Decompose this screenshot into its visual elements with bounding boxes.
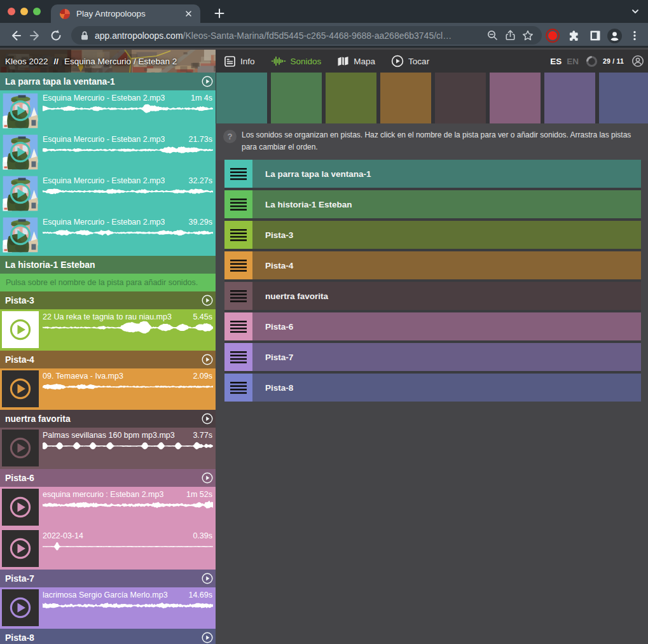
track-swatch[interactable]: [544, 73, 595, 123]
profile-avatar-button[interactable]: [606, 27, 623, 44]
track-swatch[interactable]: [435, 73, 486, 123]
track-drag-handle[interactable]: [224, 312, 252, 340]
clip-thumbnail[interactable]: [2, 175, 39, 212]
clip-waveform[interactable]: [43, 438, 213, 457]
track-row-bar[interactable]: Pista-6: [252, 312, 641, 340]
track-row[interactable]: La parra tapa la ventana-1: [224, 160, 641, 188]
track-play-button[interactable]: [202, 573, 213, 584]
lang-en[interactable]: EN: [567, 57, 579, 66]
track-row-bar[interactable]: La parra tapa la ventana-1: [252, 160, 641, 188]
macos-close-button[interactable]: [8, 8, 15, 15]
clip-thumbnail[interactable]: [2, 430, 39, 466]
track-swatch[interactable]: [216, 73, 267, 123]
track-row-bar[interactable]: Pista-4: [252, 251, 641, 279]
new-tab-button[interactable]: [212, 6, 227, 21]
track-row[interactable]: Pista-7: [224, 343, 641, 371]
clip-thumbnail[interactable]: [2, 134, 39, 171]
clip-thumbnail[interactable]: [2, 530, 39, 567]
track-row-bar[interactable]: Pista-8: [252, 374, 641, 402]
track-drag-handle[interactable]: [224, 251, 252, 279]
forward-button[interactable]: [27, 27, 44, 44]
audio-clip[interactable]: Esquina Mercurio - Esteban 2.mp31m 4s: [0, 90, 216, 132]
macos-minimize-button[interactable]: [20, 8, 28, 15]
audio-clip[interactable]: lacrimosa Sergio García Merlo.mp314.69s: [0, 587, 216, 629]
clip-waveform[interactable]: [43, 538, 213, 557]
track-play-button[interactable]: [202, 413, 213, 424]
address-bar[interactable]: app.antropoloops.com/Kleos-Santa-Marina/…: [71, 26, 542, 45]
browser-tab[interactable]: Play Antropoloops: [51, 4, 200, 23]
clip-waveform[interactable]: [43, 142, 213, 161]
track-drag-handle[interactable]: [224, 160, 252, 188]
breadcrumb-project[interactable]: Kleos 2022: [5, 57, 48, 66]
clip-thumbnail[interactable]: [2, 311, 39, 348]
track-row[interactable]: Pista-6: [224, 312, 641, 340]
nav-tab-info[interactable]: Info: [224, 55, 255, 67]
track-swatch[interactable]: [599, 73, 648, 123]
audio-clip[interactable]: 09. Temaeva - Iva.mp32.09s: [0, 368, 216, 410]
clip-waveform[interactable]: [43, 598, 213, 617]
reload-button[interactable]: [48, 27, 64, 44]
clip-thumbnail[interactable]: [2, 216, 39, 253]
track-header[interactable]: Pista-4: [0, 351, 216, 368]
zoom-button[interactable]: [483, 27, 501, 44]
bookmark-star-button[interactable]: [519, 27, 537, 44]
audio-clip[interactable]: Esquina Mercurio - Esteban 2.mp339.29s: [0, 214, 216, 256]
track-row-bar[interactable]: Pista-3: [252, 221, 641, 249]
clip-thumbnail[interactable]: [2, 489, 39, 526]
clip-waveform[interactable]: [43, 379, 213, 398]
track-play-button[interactable]: [202, 354, 213, 365]
clip-waveform[interactable]: [43, 319, 213, 339]
track-header[interactable]: nuertra favorita: [0, 410, 216, 428]
audio-clip[interactable]: esquina mercurio : Esteban 2.mp31m 52s: [0, 487, 216, 528]
clip-waveform[interactable]: [43, 497, 213, 516]
track-header[interactable]: La historia-1 Esteban: [0, 256, 216, 274]
clip-thumbnail[interactable]: [2, 589, 39, 626]
track-header[interactable]: La parra tapa la ventana-1: [0, 73, 216, 90]
nav-tab-tocar[interactable]: Tocar: [391, 55, 429, 67]
track-row[interactable]: Pista-4: [224, 251, 641, 279]
clip-thumbnail[interactable]: [2, 92, 39, 129]
extensions-puzzle-button[interactable]: [565, 27, 582, 44]
track-play-button[interactable]: [202, 76, 213, 87]
track-drag-handle[interactable]: [224, 282, 252, 310]
clip-thumbnail[interactable]: [2, 370, 39, 407]
track-row[interactable]: nuertra favorita: [224, 282, 641, 310]
track-play-button[interactable]: [202, 472, 213, 484]
track-row[interactable]: Pista-8: [224, 374, 641, 402]
clip-waveform[interactable]: [43, 101, 213, 120]
track-row[interactable]: La historia-1 Esteban: [224, 190, 641, 218]
track-drag-handle[interactable]: [224, 374, 252, 402]
audio-clip[interactable]: Esquina Mercurio - Esteban 2.mp321.73s: [0, 132, 216, 173]
lang-es[interactable]: ES: [550, 57, 562, 66]
track-row[interactable]: Pista-3: [224, 221, 641, 249]
audio-clip[interactable]: Esquina Mercurio - Esteban 2.mp332.27s: [0, 173, 216, 214]
back-button[interactable]: [7, 27, 24, 44]
browser-menu-kebab-button[interactable]: [626, 27, 643, 44]
account-icon[interactable]: [631, 55, 644, 67]
clip-waveform[interactable]: [43, 225, 213, 244]
nav-tab-mapa[interactable]: Mapa: [337, 56, 375, 67]
track-row-bar[interactable]: nuertra favorita: [252, 282, 641, 310]
nav-tab-sonidos[interactable]: Sonidos: [271, 55, 322, 67]
track-row-bar[interactable]: Pista-7: [252, 343, 641, 371]
track-swatch[interactable]: [380, 73, 431, 123]
track-header[interactable]: Pista-7: [0, 570, 216, 587]
track-header[interactable]: Pista-6: [0, 469, 216, 487]
track-header[interactable]: Pista-3: [0, 291, 216, 309]
track-drag-handle[interactable]: [224, 343, 252, 371]
track-drag-handle[interactable]: [224, 190, 252, 218]
audio-clip[interactable]: Palmas sevillanas 160 bpm mp3.mp33.77s: [0, 428, 216, 469]
audio-clip[interactable]: 2022-03-140.39s: [0, 528, 216, 570]
macos-zoom-button[interactable]: [33, 8, 41, 15]
track-drag-handle[interactable]: [224, 221, 252, 249]
clip-waveform[interactable]: [43, 183, 213, 202]
side-panel-button[interactable]: [587, 27, 603, 44]
record-indicator-icon[interactable]: [544, 27, 561, 44]
tab-search-chevron-icon[interactable]: [630, 6, 640, 19]
track-swatch[interactable]: [490, 73, 541, 123]
audio-clip[interactable]: 22 Ua reka te tagnia to rau niau.mp35.45…: [0, 309, 216, 351]
track-play-button[interactable]: [202, 295, 213, 306]
track-swatch[interactable]: [271, 73, 322, 123]
tab-close-icon[interactable]: [183, 8, 194, 19]
share-button[interactable]: [501, 27, 519, 44]
